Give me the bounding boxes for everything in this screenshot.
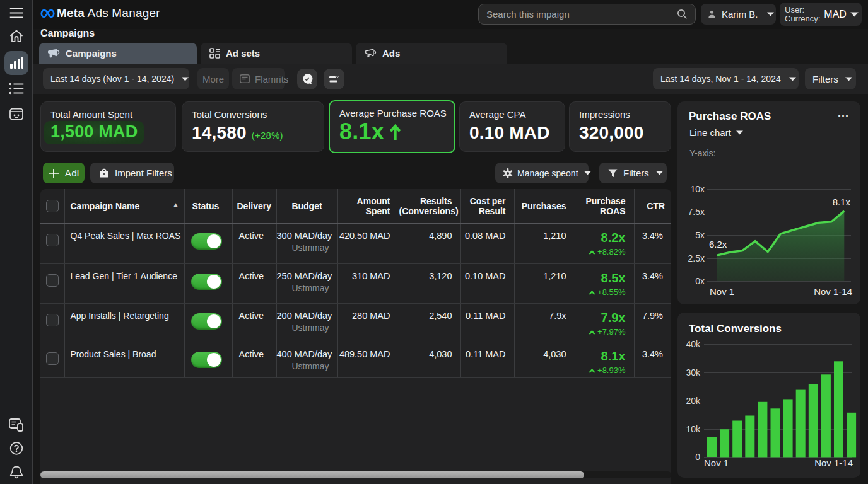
svg-text:20k: 20k <box>686 396 701 406</box>
svg-text:10x: 10x <box>690 184 705 194</box>
svg-text:7.5x: 7.5x <box>688 207 705 217</box>
svg-text:2.5x: 2.5x <box>688 253 705 263</box>
svg-text:8.1x: 8.1x <box>833 197 851 207</box>
svg-text:0x: 0x <box>695 276 705 286</box>
svg-text:10k: 10k <box>686 424 701 434</box>
svg-text:6.2x: 6.2x <box>709 239 727 250</box>
svg-text:30k: 30k <box>686 367 701 377</box>
svg-text:40k: 40k <box>686 340 701 349</box>
svg-text:0: 0 <box>695 452 700 462</box>
svg-text:5x: 5x <box>695 230 705 240</box>
